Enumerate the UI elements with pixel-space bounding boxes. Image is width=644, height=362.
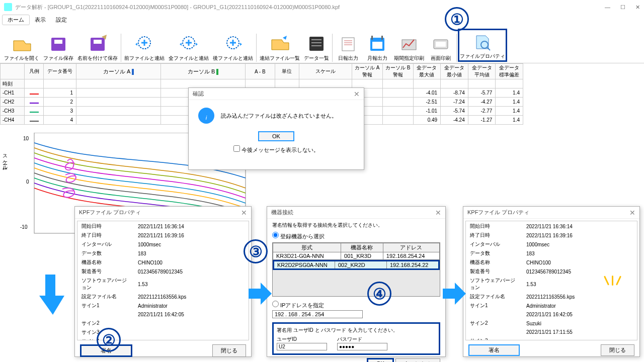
close-icon[interactable]: ✕ — [241, 209, 247, 217]
linknext-button[interactable]: 後ファイルと連結 — [211, 33, 255, 62]
conn-ok-button[interactable]: OK — [367, 358, 394, 362]
conn-row-1[interactable]: KR3D21-G0A-NNN001_KR3D192.168.254.24 — [273, 252, 440, 260]
window-title: データ解析 - [GROUP1_G1(20221110160924-012000… — [15, 4, 605, 11]
password-input[interactable] — [337, 343, 387, 350]
svg-rect-8 — [342, 38, 354, 51]
confirm-close-icon[interactable]: ✕ — [354, 90, 360, 98]
svg-rect-11 — [371, 36, 373, 40]
menu-home[interactable]: ホーム — [2, 15, 30, 25]
linklist-button[interactable]: 連結ファイル一覧 — [258, 33, 302, 62]
arrow-right-icon — [249, 281, 272, 311]
datalist-button[interactable]: データ一覧 — [302, 33, 331, 62]
linkall-button[interactable]: 全ファイルと連結 — [167, 33, 211, 62]
close-button-2[interactable]: 閉じる — [601, 344, 634, 356]
menu-settings[interactable]: 設定 — [51, 15, 72, 25]
monthly-button[interactable]: 月報出力 — [363, 33, 392, 62]
sign-button-2[interactable]: 署名 — [468, 344, 520, 356]
confirm-msg: 読み込んだファイルは改ざんされていません。 — [221, 112, 337, 120]
close-button-1[interactable]: 閉じる — [212, 344, 246, 357]
confirm-ok-button[interactable]: OK — [258, 131, 294, 141]
close-icon[interactable]: ✕ — [635, 4, 640, 11]
svg-rect-15 — [436, 42, 446, 47]
maximize-icon[interactable]: ☐ — [620, 4, 625, 11]
menubar: ホーム 表示 設定 — [0, 14, 644, 25]
ribbon: ファイルを開く ファイル保存 名前を付けて保存 前ファイルと連結 全ファイルと連… — [0, 25, 644, 63]
linkprev-button[interactable]: 前ファイルと連結 — [122, 33, 167, 62]
arrow-right-icon — [443, 281, 466, 311]
minimize-icon[interactable]: — — [605, 4, 610, 11]
svg-rect-2 — [91, 38, 105, 51]
screen-button[interactable]: 画面印刷 — [426, 33, 455, 62]
callout-4: ④ — [367, 282, 391, 306]
userid-input[interactable] — [277, 343, 327, 350]
open-button[interactable]: ファイルを開く — [2, 33, 41, 62]
save-button[interactable]: ファイル保存 — [41, 33, 75, 62]
svg-rect-1 — [54, 40, 62, 44]
fileprop-button[interactable]: ファイルプロパティ — [458, 29, 507, 62]
ip-input[interactable]: 192 . 168 . 254 . 254 — [272, 310, 363, 318]
saveas-button[interactable]: 名前を付けて保存 — [75, 33, 120, 62]
svg-rect-12 — [381, 36, 383, 40]
confirm-dialog: 確認✕ i 読み込んだファイルは改ざんされていません。 OK 今後メッセージを表… — [188, 87, 364, 170]
conn-cancel-button[interactable]: キャンセル — [395, 358, 440, 362]
callout-2: ② — [97, 328, 121, 352]
close-icon[interactable]: ✕ — [629, 209, 635, 217]
kpf-prop-dialog-2: KPFファイル プロパティ✕ 開始日時2022/11/21 16:36:14終了… — [463, 206, 640, 357]
titlebar: データ解析 - [GROUP1_G1(20221110160924-012000… — [0, 0, 644, 14]
confirm-title: 確認 — [193, 90, 204, 98]
opt-registered[interactable]: 登録機器から選択 — [272, 233, 325, 239]
daily-button[interactable]: 日報出力 — [334, 33, 363, 62]
conn-row-2-selected[interactable]: KR2D2PSG0A-NNN 002_KR2D 192.168.254.22 — [273, 260, 440, 270]
menu-view[interactable]: 表示 — [30, 15, 51, 25]
period-button[interactable]: 期間指定印刷 — [392, 33, 426, 62]
svg-rect-0 — [51, 38, 65, 51]
info-icon: i — [198, 107, 215, 124]
svg-rect-10 — [372, 42, 382, 49]
svg-rect-7 — [309, 37, 324, 51]
connect-dialog: 機器接続✕ 署名情報を取得する接続先を選択してください。 登録機器から選択 形式… — [267, 206, 446, 357]
arrow-down-icon — [39, 275, 66, 331]
svg-rect-3 — [94, 40, 102, 44]
svg-rect-13 — [402, 40, 416, 50]
callout-1: ① — [445, 7, 469, 31]
close-icon[interactable]: ✕ — [435, 209, 441, 217]
opt-ip[interactable]: IPアドレスを指定 — [272, 302, 324, 308]
app-icon — [4, 3, 12, 11]
callout-3: ③ — [244, 239, 268, 263]
confirm-checkbox[interactable]: 今後メッセージを表示しない。 — [233, 147, 319, 153]
